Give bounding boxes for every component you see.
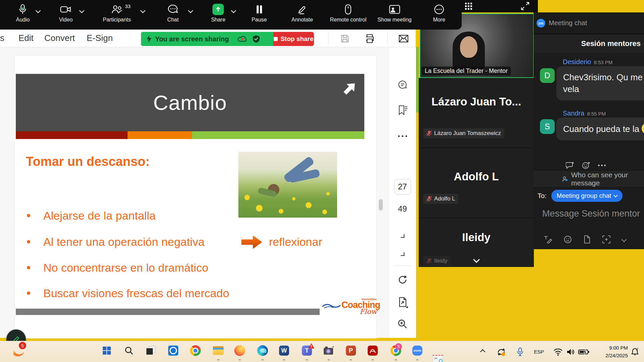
language-indicator[interactable]: ESP — [534, 341, 544, 362]
volume-icon[interactable] — [566, 341, 576, 362]
current-page-input[interactable]: 27 — [394, 179, 411, 194]
video-label: Video — [59, 17, 73, 23]
start-button[interactable] — [100, 344, 113, 357]
screen-sharing-banner: You are screen sharing — [141, 32, 273, 46]
message-time: 8:55 PM — [587, 111, 606, 117]
notification-app-icon[interactable]: 5 — [12, 343, 27, 358]
screenshot-icon[interactable] — [602, 235, 611, 244]
muted-mic-icon — [426, 130, 432, 136]
chat-options-chevron[interactable] — [188, 8, 193, 13]
collapse-strip-chevron[interactable] — [473, 256, 480, 263]
share-icon — [213, 4, 224, 15]
teams-icon[interactable]: T — [301, 344, 313, 357]
menu-item-partial[interactable]: s — [0, 33, 4, 43]
notification-bell[interactable]: zz — [631, 341, 639, 362]
gallery-view-icon[interactable] — [465, 3, 472, 10]
chevron-down-icon — [613, 193, 618, 197]
emoji-icon[interactable] — [564, 235, 572, 243]
stop-share-button[interactable]: Stop share — [273, 32, 314, 46]
remote-control-button[interactable]: Remote control — [330, 0, 367, 30]
chrome-profile-icon[interactable]: S — [389, 344, 402, 357]
tray-expand[interactable] — [481, 341, 485, 362]
format-text-icon[interactable] — [544, 235, 552, 243]
audio-options-chevron[interactable] — [36, 8, 41, 13]
search-button[interactable] — [123, 344, 135, 357]
show-meeting-button[interactable]: Show meeting — [377, 0, 411, 30]
chat-header: zm Meeting chat — [534, 12, 644, 34]
add-reaction-icon[interactable] — [582, 161, 591, 169]
participants-options-chevron[interactable] — [140, 8, 146, 13]
task-view-button[interactable] — [145, 344, 157, 357]
battery-icon[interactable] — [578, 341, 590, 362]
rotate-icon[interactable] — [397, 274, 408, 285]
participant-tile[interactable]: Lázaro Juan To... Lázaro Juan Tomaszewic… — [419, 78, 534, 147]
attach-file-icon[interactable] — [583, 235, 591, 244]
document-scrollbar[interactable] — [379, 199, 383, 211]
remote-control-label: Remote control — [330, 17, 367, 23]
chat-message-bubble[interactable]: Chev3risimo. Qu me una vela — [556, 66, 644, 100]
acrobat-icon[interactable] — [366, 344, 379, 357]
clock[interactable]: 9:00 PM 2/24/2025 — [598, 344, 628, 360]
who-can-see-row[interactable]: Who can see your message — [534, 171, 644, 186]
wifi-icon[interactable] — [553, 341, 563, 362]
chat-message-bubble[interactable]: Cuando pueda te la — [556, 118, 644, 140]
cloud-recording-icon[interactable] — [238, 35, 248, 43]
more-button[interactable]: More — [433, 0, 445, 30]
participants-icon — [111, 3, 123, 16]
relieved-emoji — [642, 123, 644, 134]
pause-button[interactable]: Pause — [251, 0, 267, 30]
comment-icon[interactable] — [397, 80, 408, 90]
camera-app-icon[interactable] — [322, 344, 335, 357]
chrome-icon[interactable] — [189, 344, 202, 357]
email-icon[interactable] — [399, 35, 409, 43]
zoom-app-icon[interactable]: zoom — [411, 344, 424, 357]
security-shield-icon[interactable] — [252, 35, 260, 43]
bullet-item: No concentrarse en lo dramático — [27, 260, 208, 275]
powerpoint-icon[interactable]: P — [344, 344, 357, 357]
recipient-selector[interactable]: Meeting group chat — [551, 190, 623, 202]
zoom-in-icon[interactable] — [397, 319, 408, 329]
annotate-button[interactable]: Annotate — [291, 0, 313, 30]
view-mini-strip — [462, 0, 538, 12]
firefox-icon[interactable] — [233, 344, 246, 357]
message-actions — [566, 161, 606, 169]
share-options-chevron[interactable] — [231, 8, 236, 13]
participant-tile[interactable]: Adolfo L Adolfo L — [419, 148, 534, 218]
participants-strip: Lázaro Juan To... Lázaro Juan Tomaszewic… — [419, 78, 534, 267]
mouse-icon — [344, 3, 352, 16]
fit-page-icon[interactable] — [397, 297, 408, 309]
save-icon[interactable] — [340, 34, 350, 43]
expand-icon[interactable] — [521, 2, 530, 10]
reply-thread-icon[interactable] — [566, 161, 574, 169]
chat-message-input[interactable] — [542, 208, 640, 219]
alexa-app-icon[interactable] — [167, 344, 180, 357]
print-icon[interactable] — [365, 34, 375, 43]
menu-item-convert[interactable]: Convert — [44, 33, 75, 43]
slide-page: Cambio Tomar un descanso: — [14, 55, 377, 338]
previous-page-button[interactable] — [401, 234, 404, 238]
more-tools-icon[interactable] — [398, 135, 407, 137]
desktop-window-sliver — [416, 47, 419, 112]
share-button[interactable]: Share — [211, 0, 226, 30]
snipping-tool-overlay[interactable]: ✂ — [432, 355, 443, 362]
video-options-chevron[interactable] — [79, 8, 85, 13]
microphone-tray-icon[interactable] — [516, 341, 524, 362]
next-page-button[interactable] — [401, 252, 404, 256]
slide-header: Cambio — [16, 74, 364, 131]
menu-item-esign[interactable]: E-Sign — [87, 33, 113, 43]
edge-icon[interactable] — [256, 344, 269, 357]
file-explorer-icon[interactable] — [212, 344, 225, 357]
sync-tray-icon[interactable] — [496, 341, 506, 362]
menu-item-edit[interactable]: Edit — [18, 33, 34, 43]
bullet-text: No concentrarse en lo dramático — [43, 261, 208, 274]
video-button[interactable]: Video — [59, 0, 73, 30]
audio-button[interactable]: Audio — [16, 0, 30, 30]
participant-tile[interactable]: Ileidy Ileidy — [419, 218, 534, 267]
composer-more-chevron[interactable] — [622, 237, 627, 242]
participant-name-tag: Ileidy — [423, 256, 451, 266]
pause-icon — [255, 3, 263, 16]
word-icon[interactable]: W — [278, 344, 290, 357]
chat-button[interactable]: Chat — [167, 0, 179, 30]
bookmark-icon[interactable] — [397, 104, 408, 116]
message-more-icon[interactable] — [598, 165, 606, 166]
